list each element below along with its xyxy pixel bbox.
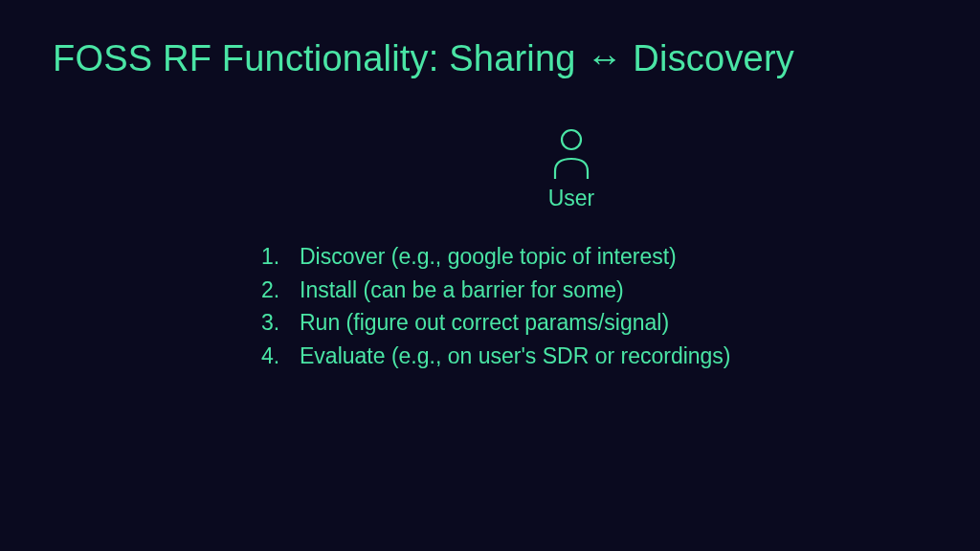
- svg-point-0: [562, 130, 581, 149]
- step-item: Evaluate (e.g., on user's SDR or recordi…: [261, 340, 731, 373]
- content-area: User Discover (e.g., google topic of int…: [53, 127, 927, 372]
- slide-title: FOSS RF Functionality: Sharing ↔ Discove…: [53, 38, 927, 79]
- step-item: Run (figure out correct params/signal): [261, 306, 731, 340]
- user-icon: [547, 127, 595, 180]
- step-item: Discover (e.g., google topic of interest…: [261, 240, 731, 274]
- steps-list: Discover (e.g., google topic of interest…: [261, 240, 731, 372]
- user-block: User: [547, 127, 595, 211]
- step-item: Install (can be a barrier for some): [261, 274, 731, 307]
- user-label: User: [548, 186, 595, 211]
- slide-container: FOSS RF Functionality: Sharing ↔ Discove…: [0, 0, 980, 551]
